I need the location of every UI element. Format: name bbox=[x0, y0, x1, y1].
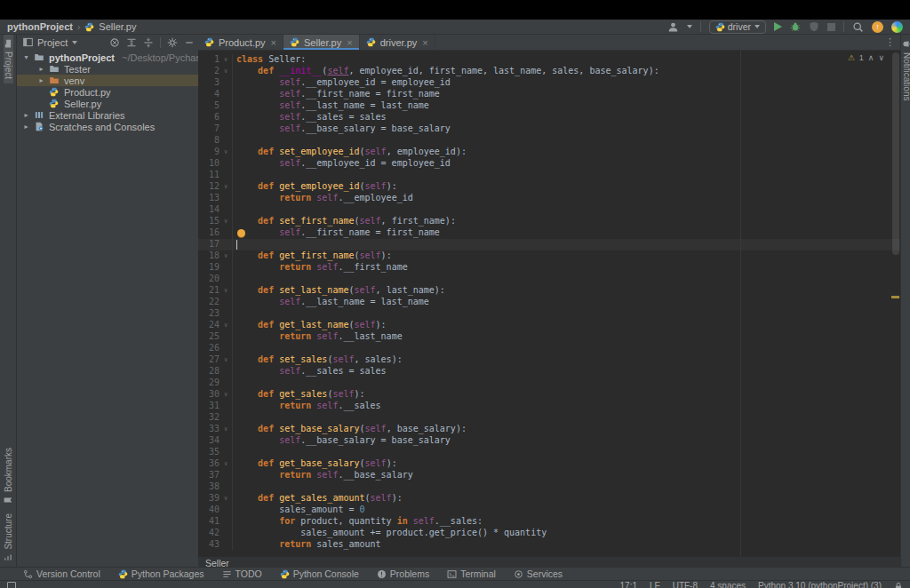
chevron-down-icon[interactable]: ▾ bbox=[22, 53, 30, 61]
code-line[interactable]: 1∨class Seller: bbox=[198, 54, 900, 66]
tree-item-scratches-and-consoles[interactable]: ▸Scratches and Consoles bbox=[17, 121, 198, 132]
code-line[interactable]: 27∨ def set_sales(self, sales): bbox=[198, 354, 900, 366]
fold-marker-icon[interactable]: ∨ bbox=[220, 66, 233, 77]
project-view-chevron-icon[interactable] bbox=[72, 41, 77, 44]
status-line-separator[interactable]: LF bbox=[650, 581, 660, 588]
code-line[interactable]: 10 self.__employee_id = employee_id bbox=[198, 158, 900, 170]
toolwindow-button-todo[interactable]: TODO bbox=[222, 568, 262, 579]
profile-icon[interactable] bbox=[667, 21, 679, 33]
tab-seller-py[interactable]: Seller.py× bbox=[283, 35, 360, 50]
fold-marker-icon[interactable]: ∨ bbox=[220, 493, 233, 505]
tree-item-pythonproject[interactable]: ▾pythonProject~/Desktop/PycharmProjects/… bbox=[17, 52, 198, 63]
code-line[interactable]: 15∨ def set_first_name(self, first_name)… bbox=[198, 216, 900, 227]
chevron-right-icon[interactable]: ▸ bbox=[37, 65, 45, 73]
tree-item-seller-py[interactable]: Seller.py bbox=[17, 98, 198, 109]
tree-item-external-libraries[interactable]: ▸External Libraries bbox=[17, 109, 198, 121]
code-line[interactable]: 5 self.__last_name = last_name bbox=[198, 100, 900, 112]
fold-marker-icon[interactable]: ∨ bbox=[220, 147, 233, 158]
search-everywhere-icon[interactable] bbox=[852, 21, 864, 33]
code-line[interactable]: 41 for product, quantity in self.__sales… bbox=[198, 516, 900, 528]
code-line[interactable]: 36∨ def get_base_salary(self): bbox=[198, 458, 900, 470]
code-line[interactable]: 30∨ def get_sales(self): bbox=[198, 389, 900, 401]
fold-marker-icon[interactable]: ∨ bbox=[220, 181, 233, 193]
run-configuration-select[interactable]: driver bbox=[709, 20, 766, 34]
tab-options-icon[interactable]: ⋮ bbox=[880, 35, 900, 50]
code-line[interactable]: 38 bbox=[198, 481, 900, 493]
fold-marker-icon[interactable]: ∨ bbox=[220, 320, 233, 331]
code-line[interactable]: 23 bbox=[198, 308, 900, 320]
code-line[interactable]: 26 bbox=[198, 343, 900, 354]
code-line[interactable]: 20 bbox=[198, 274, 900, 285]
project-panel-title[interactable]: Project bbox=[37, 37, 68, 48]
chevron-right-icon[interactable]: ▸ bbox=[22, 123, 30, 131]
code-line[interactable]: 11 bbox=[198, 170, 900, 181]
fold-marker-icon[interactable]: ∨ bbox=[220, 250, 233, 262]
code-line[interactable]: 14 bbox=[198, 204, 900, 216]
next-problem-icon[interactable]: ∨ bbox=[878, 53, 884, 62]
code-line[interactable]: 31 return self.__sales bbox=[198, 401, 900, 412]
fold-marker-icon[interactable]: ∨ bbox=[220, 216, 233, 227]
stripe-button-notifications[interactable]: Notifications bbox=[902, 35, 910, 105]
code-line[interactable]: 34 self.__base_salary = base_salary bbox=[198, 435, 900, 447]
toolwindow-button-python-packages[interactable]: Python Packages bbox=[118, 568, 204, 579]
toolwindow-button-problems[interactable]: Problems bbox=[377, 568, 429, 579]
code-line[interactable]: 35 bbox=[198, 447, 900, 458]
toolwindow-button-version-control[interactable]: Version Control bbox=[23, 568, 100, 579]
code-line[interactable]: 3 self.__employee_id = employee_id bbox=[198, 77, 900, 89]
breadcrumb-project[interactable]: pythonProject bbox=[7, 21, 73, 32]
code-line[interactable]: 37 return self.__base_salary bbox=[198, 470, 900, 481]
fold-marker-icon[interactable]: ∨ bbox=[220, 54, 233, 66]
close-icon[interactable]: × bbox=[347, 37, 352, 48]
code-line[interactable]: 4 self.__first_name = first_name bbox=[198, 89, 900, 100]
profile-chevron-icon[interactable] bbox=[687, 25, 692, 28]
chevron-right-icon[interactable]: ▸ bbox=[22, 111, 30, 119]
run-button[interactable] bbox=[774, 22, 782, 31]
lock-icon[interactable] bbox=[894, 582, 903, 588]
close-icon[interactable]: × bbox=[271, 37, 276, 48]
code-line[interactable]: 29 bbox=[198, 377, 900, 389]
code-line[interactable]: 40 sales_amount = 0 bbox=[198, 505, 900, 516]
fold-marker-icon[interactable]: ∨ bbox=[220, 458, 233, 470]
toolwindow-button-terminal[interactable]: Terminal bbox=[447, 568, 496, 579]
code-editor[interactable]: 1∨class Seller:2∨ def __init__(self, emp… bbox=[198, 51, 900, 556]
inspections-widget[interactable]: ⚠1 ∧ ∨ bbox=[848, 53, 884, 62]
chevron-right-icon[interactable]: ▸ bbox=[37, 76, 45, 84]
code-line[interactable]: 8 bbox=[198, 135, 900, 147]
code-line[interactable]: 17 bbox=[198, 239, 900, 250]
ide-feature-icon[interactable] bbox=[891, 21, 903, 33]
collapse-all-icon[interactable] bbox=[143, 37, 154, 48]
tree-item-venv[interactable]: ▸venv bbox=[17, 75, 198, 86]
hide-panel-icon[interactable] bbox=[184, 37, 195, 48]
editor-scrollbar[interactable] bbox=[892, 52, 899, 255]
code-line[interactable]: 19 return self.__first_name bbox=[198, 262, 900, 274]
stop-button[interactable] bbox=[827, 23, 835, 31]
code-line[interactable]: 42 sales_amount += product.get_price() *… bbox=[198, 528, 900, 539]
stripe-button-bookmarks[interactable]: Bookmarks bbox=[4, 443, 13, 509]
expand-all-icon[interactable] bbox=[126, 37, 137, 48]
status-caret-position[interactable]: 17:1 bbox=[620, 581, 637, 588]
code-line[interactable]: 7 self.__base_salary = base_salary bbox=[198, 123, 900, 135]
toolwindow-button-python-console[interactable]: Python Console bbox=[280, 568, 359, 579]
select-opened-file-icon[interactable] bbox=[109, 37, 120, 48]
error-stripe-warning-mark[interactable] bbox=[891, 296, 899, 298]
code-line[interactable]: 25 return self.__last_name bbox=[198, 331, 900, 343]
code-line[interactable]: 28 self.__sales = sales bbox=[198, 366, 900, 377]
tree-item-product-py[interactable]: Product.py bbox=[17, 86, 198, 98]
code-line[interactable]: 21∨ def set_last_name(self, last_name): bbox=[198, 285, 900, 297]
breadcrumb-file[interactable]: Seller.py bbox=[99, 21, 136, 32]
code-line[interactable]: 9∨ def set_employee_id(self, employee_id… bbox=[198, 147, 900, 158]
code-line[interactable]: 2∨ def __init__(self, employee_id, first… bbox=[198, 66, 900, 77]
tab-product-py[interactable]: Product.py× bbox=[198, 35, 283, 50]
intention-bulb-icon[interactable] bbox=[237, 229, 245, 237]
code-line[interactable]: 24∨ def get_last_name(self): bbox=[198, 320, 900, 331]
stripe-button-structure[interactable]: Structure bbox=[4, 509, 13, 567]
prev-problem-icon[interactable]: ∧ bbox=[868, 53, 874, 62]
run-with-coverage-button[interactable] bbox=[809, 21, 819, 32]
code-line[interactable]: 33∨ def set_base_salary(self, base_salar… bbox=[198, 424, 900, 435]
code-line[interactable]: 43 return sales_amount bbox=[198, 539, 900, 551]
code-line[interactable]: 13 return self.__employee_id bbox=[198, 193, 900, 204]
code-line[interactable]: 39∨ def get_sales_amount(self): bbox=[198, 493, 900, 505]
tab-driver-py[interactable]: driver.py× bbox=[360, 35, 435, 50]
status-indent-style[interactable]: 4 spaces bbox=[710, 581, 746, 588]
fold-marker-icon[interactable]: ∨ bbox=[220, 389, 233, 401]
